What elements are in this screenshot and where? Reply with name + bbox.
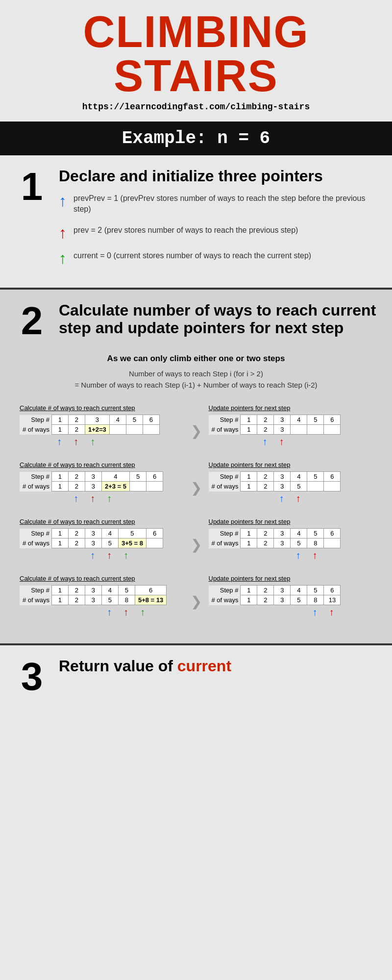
ptr-cell: ↑: [134, 607, 151, 618]
ptr-cell-empty: ↑: [323, 550, 340, 561]
update-label: Update pointers for next step: [209, 518, 373, 525]
table-wrapper: Step #123456# of ways121+2=3↑↑↑↑↑↑: [20, 415, 184, 447]
table-cell: 3: [85, 529, 101, 539]
table-cell: [147, 539, 163, 548]
pointer-row: ↑↑↑↑↑↑: [20, 607, 184, 618]
table-cell: 8: [307, 539, 324, 548]
step-label-cell: Step #: [209, 529, 241, 539]
table-cell: 5: [118, 586, 135, 595]
table-cell: 2: [68, 539, 85, 548]
step-label-cell: Step #: [209, 472, 241, 482]
ptr-arrow-green-icon: ↑: [90, 436, 95, 447]
ptr-arrow-red-icon: ↑: [123, 607, 128, 618]
table-row: Step #123456: [20, 472, 163, 482]
table-cell: 3: [274, 529, 291, 539]
table-cell: 6: [324, 529, 341, 539]
table-cell: 2: [257, 472, 274, 482]
table-row: # of ways12358: [209, 539, 341, 548]
calc-label: Calculate # of ways to reach current ste…: [20, 518, 184, 525]
table-cell: 13: [324, 595, 341, 605]
step-right: Update pointers for next stepStep #12345…: [209, 404, 373, 447]
ptr-cell-empty: ↑: [323, 493, 340, 504]
table-row: # of ways123: [209, 425, 341, 435]
step-row: Calculate # of ways to reach current ste…: [20, 518, 372, 561]
ptr-cell: ↑: [68, 436, 84, 447]
section3-title-normal: Return value of: [59, 657, 177, 675]
update-label: Update pointers for next step: [209, 404, 373, 412]
section2-content: Calculate number of ways to reach curren…: [59, 301, 377, 345]
arrow-up-green-icon: ↑: [59, 250, 67, 266]
table-cell: 4: [109, 415, 126, 425]
ptr-arrow-red-icon: ↑: [329, 607, 334, 618]
table-cell: 6: [147, 472, 163, 482]
table-cell: 1: [51, 595, 68, 605]
ptr-cell-empty: ↑: [273, 550, 290, 561]
table-cell: 2: [257, 529, 274, 539]
ptr-arrow-blue-icon: ↑: [263, 436, 268, 447]
table-cell: 3: [274, 586, 291, 595]
formula-block: As we can only climb either one or two s…: [15, 354, 377, 391]
ptr-cell-empty: ↑: [240, 607, 257, 618]
table-cell: 3: [274, 595, 291, 605]
table-row: # of ways1235: [209, 482, 341, 491]
ptr-cell: ↑: [101, 607, 118, 618]
table-wrapper: Step #123456# of ways1232+3 = 5↑↑↑↑↑↑: [20, 471, 184, 504]
ptr-arrow-blue-icon: ↑: [313, 607, 318, 618]
table-cell: 1: [51, 415, 68, 425]
url-text: https://learncodingfast.com/climbing-sta…: [20, 102, 372, 112]
ptr-arrow-red-icon: ↑: [279, 436, 284, 447]
step-row: Calculate # of ways to reach current ste…: [20, 461, 372, 504]
ptr-arrow-red-icon: ↑: [313, 550, 318, 561]
ptr-cell: ↑: [118, 607, 134, 618]
pointer-prevprev-text: prevPrev = 1 (prevPrev stores number of …: [74, 193, 377, 215]
table-row: # of ways121+2=3: [20, 425, 159, 435]
formula-line2: = Number of ways to reach Step (i-1) + N…: [15, 380, 377, 391]
ptr-cell-empty: ↑: [134, 493, 151, 504]
table-cell: 2: [68, 425, 85, 435]
pointer-row: ↑↑↑↑↑↑: [20, 493, 184, 504]
pointer-row: ↑↑↑↑↑↑: [209, 607, 373, 618]
section2: 2 Calculate number of ways to reach curr…: [0, 290, 392, 644]
ptr-arrow-blue-icon: ↑: [74, 493, 78, 504]
update-label: Update pointers for next step: [209, 575, 373, 582]
pointer-item-prevprev: ↑ prevPrev = 1 (prevPrev stores number o…: [59, 193, 377, 215]
table-cell: 4: [291, 529, 307, 539]
table-cell: [130, 482, 147, 491]
ways-label-cell: # of ways: [20, 595, 51, 605]
step-right: Update pointers for next stepStep #12345…: [209, 461, 373, 504]
formula-line1: Number of ways to reach Step i (for i > …: [15, 368, 377, 380]
table-cell: 5: [291, 595, 307, 605]
step-table: Step #123456# of ways121+2=3: [20, 415, 160, 435]
table-cell: 5: [307, 529, 324, 539]
pointer-row: ↑↑↑↑↑↑: [209, 493, 373, 504]
table-cell: 6: [135, 586, 166, 595]
section2-number: 2: [15, 301, 49, 341]
section3-number: 3: [15, 657, 49, 696]
arrow-up-blue-icon: ↑: [59, 193, 67, 209]
table-cell: 1: [241, 425, 257, 435]
table-cell: 6: [324, 472, 341, 482]
ways-label-cell: # of ways: [20, 425, 51, 435]
calc-label: Calculate # of ways to reach current ste…: [20, 461, 184, 468]
section1: 1 Declare and initialize three pointers …: [0, 155, 392, 288]
table-wrapper: Step #123456# of ways123585+8 = 13↑↑↑↑↑↑: [20, 585, 184, 618]
ptr-cell-empty: ↑: [240, 493, 257, 504]
ptr-cell-empty: ↑: [257, 493, 273, 504]
ptr-cell: ↑: [84, 436, 101, 447]
arrow-separator-icon: ❯: [191, 593, 202, 610]
table-cell: 5: [101, 539, 118, 548]
table-wrapper: Step #123456# of ways123↑↑↑↑↑↑: [209, 415, 373, 447]
step-row: Calculate # of ways to reach current ste…: [20, 404, 372, 447]
ptr-arrow-blue-icon: ↑: [90, 550, 95, 561]
step-right: Update pointers for next stepStep #12345…: [209, 575, 373, 618]
step-right: Update pointers for next stepStep #12345…: [209, 518, 373, 561]
ptr-cell-empty: ↑: [134, 550, 151, 561]
calc-label: Calculate # of ways to reach current ste…: [20, 575, 184, 582]
ptr-arrow-green-icon: ↑: [140, 607, 145, 618]
update-label: Update pointers for next step: [209, 461, 373, 468]
ptr-cell: ↑: [51, 436, 68, 447]
ptr-arrow-red-icon: ↑: [74, 436, 78, 447]
step-table: Step #123456# of ways1235: [209, 471, 341, 491]
ptr-cell: ↑: [84, 493, 101, 504]
section3-content: Return value of current: [59, 657, 377, 683]
